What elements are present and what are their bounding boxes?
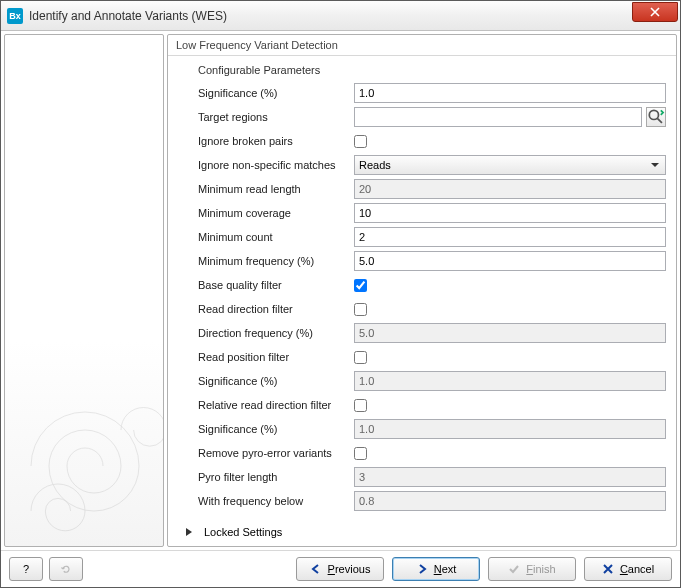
locked-settings-label: Locked Settings bbox=[204, 526, 282, 538]
titlebar: Bx Identify and Annotate Variants (WES) bbox=[1, 1, 680, 31]
svg-point-0 bbox=[649, 110, 658, 119]
label-min-count: Minimum count bbox=[178, 231, 354, 243]
browse-target-regions-button[interactable] bbox=[646, 107, 666, 127]
reset-button[interactable] bbox=[49, 557, 83, 581]
row-significance-3: Significance (%) bbox=[178, 418, 666, 440]
label-read-position-filter: Read position filter bbox=[178, 351, 354, 363]
wizard-sidebar bbox=[4, 34, 164, 547]
dialog-window: Bx Identify and Annotate Variants (WES) … bbox=[0, 0, 681, 588]
decorative-spiral bbox=[4, 376, 164, 547]
finish-button: Finish bbox=[488, 557, 576, 581]
label-significance-3: Significance (%) bbox=[178, 423, 354, 435]
help-button[interactable]: ? bbox=[9, 557, 43, 581]
row-ignore-nonspecific: Ignore non-specific matches Reads bbox=[178, 154, 666, 176]
row-significance: Significance (%) bbox=[178, 82, 666, 104]
input-min-read-length bbox=[354, 179, 666, 199]
label-direction-frequency: Direction frequency (%) bbox=[178, 327, 354, 339]
row-base-quality-filter: Base quality filter bbox=[178, 274, 666, 296]
next-button[interactable]: Next bbox=[392, 557, 480, 581]
row-relative-read-dir: Relative read direction filter bbox=[178, 394, 666, 416]
row-target-regions: Target regions bbox=[178, 106, 666, 128]
row-direction-frequency: Direction frequency (%) bbox=[178, 322, 666, 344]
previous-label: Previous bbox=[328, 563, 371, 575]
row-min-coverage: Minimum coverage bbox=[178, 202, 666, 224]
input-pyro-filter-length bbox=[354, 467, 666, 487]
main-panel: Low Frequency Variant Detection Configur… bbox=[167, 34, 677, 547]
label-significance-2: Significance (%) bbox=[178, 375, 354, 387]
row-significance-2: Significance (%) bbox=[178, 370, 666, 392]
row-ignore-broken-pairs: Ignore broken pairs bbox=[178, 130, 666, 152]
label-pyro-filter-length: Pyro filter length bbox=[178, 471, 354, 483]
label-read-direction-filter: Read direction filter bbox=[178, 303, 354, 315]
next-label: Next bbox=[434, 563, 457, 575]
label-min-read-length: Minimum read length bbox=[178, 183, 354, 195]
input-min-coverage[interactable] bbox=[354, 203, 666, 223]
label-target-regions: Target regions bbox=[178, 111, 354, 123]
input-target-regions[interactable] bbox=[354, 107, 642, 127]
checkbox-ignore-broken-pairs[interactable] bbox=[354, 135, 367, 148]
help-icon: ? bbox=[23, 563, 29, 575]
previous-button[interactable]: Previous bbox=[296, 557, 384, 581]
label-min-frequency: Minimum frequency (%) bbox=[178, 255, 354, 267]
finish-label: Finish bbox=[526, 563, 555, 575]
close-icon bbox=[650, 7, 660, 17]
parameters-scroll[interactable]: Configurable Parameters Significance (%)… bbox=[168, 56, 676, 546]
input-significance-3 bbox=[354, 419, 666, 439]
cancel-label: Cancel bbox=[620, 563, 654, 575]
triangle-right-icon bbox=[186, 528, 192, 536]
input-significance-2 bbox=[354, 371, 666, 391]
undo-icon bbox=[60, 563, 72, 575]
input-with-freq-below bbox=[354, 491, 666, 511]
label-base-quality-filter: Base quality filter bbox=[178, 279, 354, 291]
locked-settings-toggle[interactable]: Locked Settings bbox=[186, 526, 666, 538]
input-direction-frequency bbox=[354, 323, 666, 343]
checkbox-base-quality-filter[interactable] bbox=[354, 279, 367, 292]
label-ignore-nonspecific: Ignore non-specific matches bbox=[178, 159, 354, 171]
label-ignore-broken-pairs: Ignore broken pairs bbox=[178, 135, 354, 147]
arrow-right-icon bbox=[416, 563, 428, 575]
browse-icon bbox=[647, 108, 665, 126]
body-area: Low Frequency Variant Detection Configur… bbox=[1, 31, 680, 550]
label-relative-read-dir: Relative read direction filter bbox=[178, 399, 354, 411]
input-min-frequency[interactable] bbox=[354, 251, 666, 271]
checkbox-read-position-filter[interactable] bbox=[354, 351, 367, 364]
select-ignore-nonspecific[interactable]: Reads bbox=[354, 155, 666, 175]
checkbox-remove-pyro[interactable] bbox=[354, 447, 367, 460]
row-with-freq-below: With frequency below bbox=[178, 490, 666, 512]
row-min-count: Minimum count bbox=[178, 226, 666, 248]
checkbox-read-direction-filter[interactable] bbox=[354, 303, 367, 316]
section-title: Low Frequency Variant Detection bbox=[168, 35, 676, 56]
arrow-left-icon bbox=[310, 563, 322, 575]
input-min-count[interactable] bbox=[354, 227, 666, 247]
row-remove-pyro: Remove pyro-error variants bbox=[178, 442, 666, 464]
window-title: Identify and Annotate Variants (WES) bbox=[29, 9, 632, 23]
select-value: Reads bbox=[359, 159, 391, 171]
button-bar: ? Previous Next Finish Cancel bbox=[1, 550, 680, 587]
row-pyro-filter-length: Pyro filter length bbox=[178, 466, 666, 488]
group-title: Configurable Parameters bbox=[198, 64, 666, 76]
checkbox-relative-read-dir[interactable] bbox=[354, 399, 367, 412]
close-button[interactable] bbox=[632, 2, 678, 22]
label-significance: Significance (%) bbox=[178, 87, 354, 99]
cancel-button[interactable]: Cancel bbox=[584, 557, 672, 581]
label-min-coverage: Minimum coverage bbox=[178, 207, 354, 219]
row-min-read-length: Minimum read length bbox=[178, 178, 666, 200]
check-icon bbox=[508, 563, 520, 575]
row-read-position-filter: Read position filter bbox=[178, 346, 666, 368]
label-remove-pyro: Remove pyro-error variants bbox=[178, 447, 354, 459]
row-min-frequency: Minimum frequency (%) bbox=[178, 250, 666, 272]
chevron-down-icon bbox=[651, 163, 659, 167]
x-icon bbox=[602, 563, 614, 575]
label-with-freq-below: With frequency below bbox=[178, 495, 354, 507]
app-icon: Bx bbox=[7, 8, 23, 24]
input-significance[interactable] bbox=[354, 83, 666, 103]
row-read-direction-filter: Read direction filter bbox=[178, 298, 666, 320]
